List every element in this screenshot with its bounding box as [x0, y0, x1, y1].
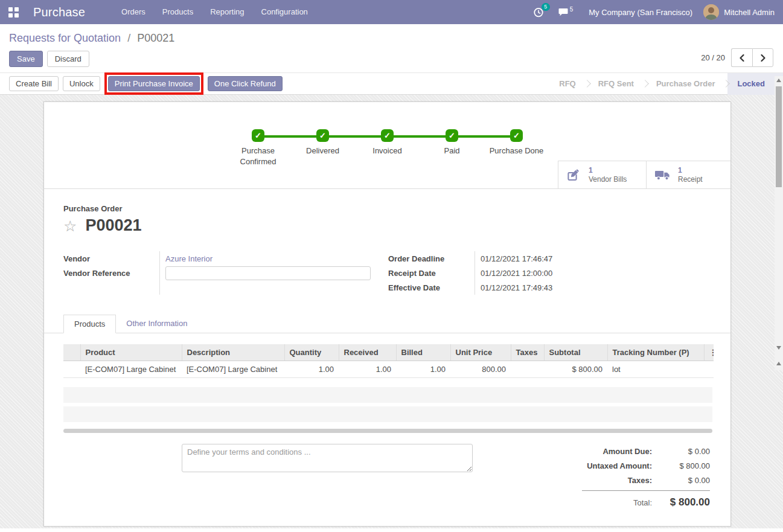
column-description[interactable]: Description	[182, 344, 284, 361]
record-pager: 20 / 20	[701, 48, 773, 67]
check-icon: ✓	[446, 129, 458, 142]
column-subtotal[interactable]: Subtotal	[544, 344, 607, 361]
form-sheet: ✓ Purchase Confirmed ✓ Delivered ✓ Invoi…	[43, 101, 731, 527]
avatar-image	[703, 4, 719, 20]
column-tracking-number[interactable]: Tracking Number (P)	[607, 344, 704, 361]
vendor-bills-label: Vendor Bills	[589, 175, 627, 184]
create-bill-button[interactable]: Create Bill	[9, 76, 59, 91]
chevron-right-icon	[760, 54, 766, 62]
tab-products[interactable]: Products	[63, 315, 116, 333]
chat-icon	[558, 8, 569, 17]
vendor-reference-input[interactable]	[165, 266, 371, 280]
column-taxes[interactable]: Taxes	[511, 344, 544, 361]
tab-other-information[interactable]: Other Information	[116, 315, 197, 333]
edit-buttons: Save Discard	[9, 51, 773, 67]
save-button[interactable]: Save	[9, 51, 43, 67]
menu-products[interactable]: Products	[154, 0, 202, 24]
one-click-refund-button[interactable]: One Click Refund	[208, 76, 283, 91]
column-billed[interactable]: Billed	[396, 344, 450, 361]
cell-description[interactable]: [E-COM07] Large Cabinet	[182, 361, 284, 378]
scroll-down-icon[interactable]	[776, 346, 781, 350]
effective-date-value[interactable]: 01/12/2021 17:49:43	[481, 280, 711, 295]
activities-button[interactable]: 5	[533, 7, 544, 18]
empty-table-row	[63, 387, 712, 403]
breadcrumb-parent-link[interactable]: Requests for Quotation	[9, 32, 121, 44]
optional-columns-icon[interactable]: ⋮	[704, 344, 714, 361]
control-panel: Requests for Quotation / P00021 Save Dis…	[0, 24, 783, 72]
receipt-smart-button[interactable]: 1 Receipt	[646, 161, 730, 188]
cell-taxes[interactable]	[511, 361, 544, 378]
menu-reporting[interactable]: Reporting	[202, 0, 252, 24]
menu-orders[interactable]: Orders	[113, 0, 154, 24]
progress-step-paid: ✓ Paid	[420, 129, 484, 167]
taxes-value: $ 0.00	[660, 476, 710, 485]
cell-unit-price[interactable]: 800.00	[450, 361, 511, 378]
page-title: P00021	[85, 216, 141, 235]
print-purchase-invoice-button[interactable]: Print Purchase Invoice	[108, 76, 200, 91]
user-avatar[interactable]	[703, 4, 719, 20]
progress-step-purchase-confirmed: ✓ Purchase Confirmed	[226, 129, 290, 167]
total-value: $ 800.00	[660, 496, 710, 508]
messages-button[interactable]: 5	[558, 8, 574, 17]
pager-previous-button[interactable]	[731, 48, 752, 67]
vertical-scrollbar[interactable]	[775, 76, 783, 370]
column-product[interactable]: Product	[80, 344, 182, 361]
check-icon: ✓	[316, 129, 329, 142]
notebook-tabs: Products Other Information	[44, 315, 730, 333]
effective-date-label: Effective Date	[388, 280, 475, 295]
check-icon: ✓	[510, 129, 523, 142]
receipt-date-value[interactable]: 01/12/2021 12:00:00	[481, 266, 711, 280]
activity-count-badge: 5	[542, 3, 550, 11]
highlight-rectangle: Print Purchase Invoice	[104, 72, 203, 95]
untaxed-amount-label: Untaxed Amount:	[562, 461, 660, 470]
menu-configuration[interactable]: Configuration	[253, 0, 316, 24]
favorite-star-icon[interactable]: ☆	[63, 219, 77, 233]
cell-received[interactable]: 1.00	[339, 361, 396, 378]
column-received[interactable]: Received	[339, 344, 396, 361]
pager-count: 20 / 20	[701, 53, 725, 62]
order-deadline-value[interactable]: 01/12/2021 17:46:47	[481, 251, 711, 266]
unlock-button[interactable]: Unlock	[63, 76, 100, 91]
vendor-value-link[interactable]: Azure Interior	[165, 254, 213, 263]
cell-billed[interactable]: 1.00	[396, 361, 450, 378]
status-step-purchase-order[interactable]: Purchase Order	[647, 73, 725, 95]
receipt-date-label: Receipt Date	[388, 266, 475, 280]
column-quantity[interactable]: Quantity	[284, 344, 339, 361]
pager-next-button[interactable]	[752, 48, 773, 67]
cell-subtotal[interactable]: $ 800.00	[544, 361, 607, 378]
cell-product[interactable]: [E-COM07] Large Cabinet	[80, 361, 182, 378]
row-handle[interactable]	[63, 361, 80, 378]
status-step-rfq-sent[interactable]: RFQ Sent	[589, 73, 644, 95]
vendor-label: Vendor	[63, 251, 159, 266]
scroll-up-icon[interactable]	[776, 362, 781, 365]
table-horizontal-scrollbar[interactable]	[63, 429, 712, 433]
table-row[interactable]: [E-COM07] Large Cabinet [E-COM07] Large …	[63, 361, 714, 378]
scrollbar-thumb[interactable]	[776, 86, 782, 187]
check-icon: ✓	[252, 129, 264, 142]
app-title[interactable]: Purchase	[33, 5, 85, 19]
document-type-label: Purchase Order	[63, 204, 711, 213]
message-count: 5	[570, 6, 574, 13]
chevron-left-icon	[739, 54, 745, 62]
order-totals: Amount Due: $ 0.00 Untaxed Amount: $ 800…	[562, 444, 710, 511]
company-switcher[interactable]: My Company (San Francisco)	[589, 8, 692, 17]
order-deadline-label: Order Deadline	[388, 251, 475, 266]
progress-step-purchase-done: ✓ Purchase Done	[484, 129, 549, 167]
user-menu[interactable]: Mitchell Admin	[724, 8, 775, 17]
breadcrumb: Requests for Quotation / P00021	[9, 32, 773, 45]
breadcrumb-current: P00021	[137, 32, 174, 44]
receipt-count: 1	[678, 166, 703, 175]
form-view-background: ✓ Purchase Confirmed ✓ Delivered ✓ Invoi…	[0, 95, 783, 528]
terms-and-conditions	[182, 444, 473, 511]
row-handle-column	[63, 344, 80, 361]
status-step-rfq[interactable]: RFQ	[549, 73, 585, 95]
cell-tracking-number[interactable]: lot	[607, 361, 704, 378]
scroll-up-icon[interactable]	[776, 79, 781, 82]
totals-divider	[582, 490, 710, 491]
cell-quantity[interactable]: 1.00	[284, 361, 339, 378]
terms-textarea[interactable]	[182, 444, 473, 472]
apps-menu-icon[interactable]	[8, 7, 19, 18]
discard-button[interactable]: Discard	[47, 51, 89, 67]
vendor-bills-smart-button[interactable]: 1 Vendor Bills	[558, 161, 646, 188]
column-unit-price[interactable]: Unit Price	[450, 344, 511, 361]
